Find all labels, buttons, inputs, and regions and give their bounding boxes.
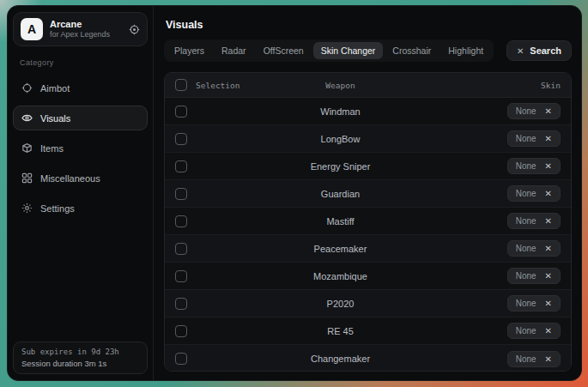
app-window: A Arcane for Apex Legends Category Aimbo…: [7, 5, 582, 381]
skin-select[interactable]: None✕: [507, 323, 561, 339]
table-row: MastiffNone✕: [165, 208, 571, 235]
table-row: PeacemakerNone✕: [165, 235, 571, 263]
skin-header: Skin: [433, 81, 571, 90]
sidebar-item-settings[interactable]: Settings: [13, 196, 148, 221]
table-row: Energy SniperNone✕: [165, 153, 571, 180]
gear-icon: [21, 203, 33, 214]
row-checkbox[interactable]: [175, 243, 187, 255]
skin-value: None: [516, 161, 536, 171]
table-row: ChangemakerNone✕: [165, 345, 571, 372]
clear-skin-icon[interactable]: ✕: [545, 106, 552, 116]
app-subtitle: for Apex Legends: [50, 30, 110, 39]
table-row: GuardianNone✕: [165, 180, 571, 208]
x-icon: ✕: [517, 46, 524, 56]
sidebar-item-miscellaneous[interactable]: Miscellaneous: [13, 166, 148, 190]
weapon-name: Peacemaker: [247, 244, 433, 254]
category-label: Category: [20, 58, 141, 67]
skin-value: None: [516, 271, 536, 281]
weapon-name: Mozambique: [247, 271, 433, 281]
skin-select[interactable]: None✕: [507, 158, 561, 174]
row-checkbox[interactable]: [175, 325, 187, 337]
skin-select[interactable]: None✕: [507, 130, 561, 147]
sub-expiry-text: Sub expires in 9d 23h: [21, 348, 139, 356]
tab-offscreen[interactable]: OffScreen: [256, 42, 312, 59]
tab-radar[interactable]: Radar: [214, 42, 254, 59]
clear-skin-icon[interactable]: ✕: [545, 189, 552, 198]
row-checkbox[interactable]: [175, 133, 187, 145]
page-title: Visuals: [166, 19, 570, 31]
skin-select[interactable]: None✕: [507, 295, 561, 311]
tab-highlight[interactable]: Highlight: [440, 42, 491, 59]
weapon-name: RE 45: [247, 326, 433, 336]
skin-select[interactable]: None✕: [507, 268, 561, 284]
target-icon[interactable]: [129, 24, 140, 35]
weapon-name: Windman: [247, 106, 433, 117]
sidebar-item-aimbot[interactable]: Aimbot: [13, 76, 148, 100]
tab-skin-changer[interactable]: Skin Changer: [313, 42, 384, 59]
table-row: P2020None✕: [165, 290, 571, 317]
clear-skin-icon[interactable]: ✕: [545, 271, 552, 281]
clear-skin-icon[interactable]: ✕: [545, 216, 552, 226]
selection-header: Selection: [196, 81, 239, 90]
weapon-header: Weapon: [247, 81, 433, 90]
weapon-name: Energy Sniper: [247, 161, 433, 172]
table-row: RE 45None✕: [165, 317, 571, 345]
clear-skin-icon[interactable]: ✕: [545, 299, 552, 308]
skin-select[interactable]: None✕: [507, 213, 561, 229]
skin-value: None: [516, 106, 536, 116]
skin-select[interactable]: None✕: [507, 351, 561, 367]
sidebar-item-label: Aimbot: [40, 83, 70, 94]
app-name: Arcane: [50, 19, 110, 31]
clear-skin-icon[interactable]: ✕: [545, 326, 552, 336]
skin-table: Selection Weapon Skin WindmanNone✕LongBo…: [164, 72, 572, 372]
clear-skin-icon[interactable]: ✕: [545, 161, 552, 171]
session-duration-text: Session duration 3m 1s: [21, 359, 139, 368]
sidebar-item-label: Items: [40, 143, 64, 154]
skin-select[interactable]: None✕: [507, 103, 561, 119]
row-checkbox[interactable]: [175, 188, 187, 200]
app-title-block: Arcane for Apex Legends: [50, 19, 110, 40]
weapon-name: Changemaker: [247, 354, 433, 364]
weapon-name: P2020: [247, 299, 433, 309]
table-row: LongBowNone✕: [165, 125, 571, 153]
row-checkbox[interactable]: [175, 270, 187, 282]
skin-value: None: [516, 189, 536, 198]
tab-players[interactable]: Players: [167, 42, 212, 59]
select-all-checkbox[interactable]: [175, 79, 187, 91]
search-button[interactable]: ✕ Search: [506, 40, 572, 61]
weapon-name: Guardian: [247, 189, 433, 199]
app-header-card: A Arcane for Apex Legends: [13, 12, 148, 46]
skin-select[interactable]: None✕: [507, 185, 561, 202]
package-icon: [21, 142, 33, 154]
tab-bar: PlayersRadarOffScreenSkin ChangerCrossha…: [164, 39, 494, 62]
skin-value: None: [516, 299, 536, 308]
skin-value: None: [516, 326, 536, 336]
sidebar-item-label: Visuals: [40, 113, 70, 124]
sidebar-item-label: Settings: [40, 203, 75, 214]
sidebar-item-visuals[interactable]: Visuals: [13, 106, 148, 130]
sidebar-item-label: Miscellaneous: [40, 173, 100, 184]
clear-skin-icon[interactable]: ✕: [545, 354, 552, 364]
row-checkbox[interactable]: [175, 298, 187, 310]
row-checkbox[interactable]: [175, 160, 187, 172]
sidebar-nav: AimbotVisualsItemsMiscellaneousSettings: [13, 70, 148, 221]
skin-value: None: [516, 134, 536, 143]
table-body: WindmanNone✕LongBowNone✕Energy SniperNon…: [165, 98, 571, 372]
clear-skin-icon[interactable]: ✕: [545, 244, 552, 253]
eye-icon: [21, 112, 33, 124]
skin-value: None: [516, 216, 536, 226]
row-checkbox[interactable]: [175, 215, 187, 227]
sidebar-item-items[interactable]: Items: [13, 136, 148, 160]
sidebar: A Arcane for Apex Legends Category Aimbo…: [8, 6, 154, 380]
skin-value: None: [516, 354, 536, 364]
tab-crosshair[interactable]: Crosshair: [385, 42, 439, 59]
row-checkbox[interactable]: [175, 106, 187, 118]
row-checkbox[interactable]: [175, 353, 187, 365]
clear-skin-icon[interactable]: ✕: [545, 134, 552, 143]
skin-select[interactable]: None✕: [507, 240, 561, 257]
subscription-box: Sub expires in 9d 23h Session duration 3…: [13, 342, 148, 374]
table-row: WindmanNone✕: [165, 98, 571, 125]
grid-icon: [21, 172, 33, 184]
crosshair-icon: [21, 82, 33, 94]
main-panel: Visuals PlayersRadarOffScreenSkin Change…: [154, 6, 581, 380]
